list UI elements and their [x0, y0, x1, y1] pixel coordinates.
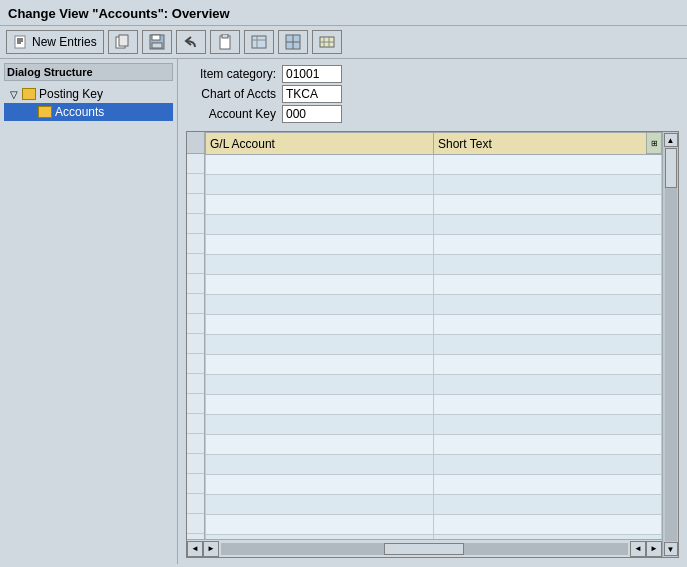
table-row[interactable]: [206, 315, 662, 335]
gl-account-cell[interactable]: [206, 495, 434, 515]
horizontal-scroll-thumb[interactable]: [384, 543, 464, 555]
row-number: [187, 174, 204, 194]
table-row[interactable]: [206, 395, 662, 415]
short-text-cell[interactable]: [434, 395, 662, 415]
gl-account-cell[interactable]: [206, 395, 434, 415]
table-row[interactable]: [206, 195, 662, 215]
form-area: Item category: 01001 Chart of Accts TKCA…: [186, 65, 679, 123]
short-text-cell[interactable]: [434, 495, 662, 515]
svg-rect-0: [15, 36, 25, 48]
short-text-cell[interactable]: [434, 335, 662, 355]
table-row[interactable]: [206, 455, 662, 475]
accounts-table: G/L Account Short Text: [205, 132, 662, 539]
table-row[interactable]: [206, 335, 662, 355]
gl-account-cell[interactable]: [206, 515, 434, 535]
tree-item-posting-key[interactable]: ▽ Posting Key: [4, 85, 173, 103]
row-numbers: [187, 132, 205, 539]
table-row[interactable]: [206, 295, 662, 315]
row-number: [187, 294, 204, 314]
row-number: [187, 154, 204, 174]
short-text-cell[interactable]: [434, 255, 662, 275]
short-text-cell[interactable]: [434, 295, 662, 315]
folder-icon-posting-key: [22, 88, 36, 100]
table-row[interactable]: [206, 175, 662, 195]
clipboard-button[interactable]: [210, 30, 240, 54]
row-number: [187, 374, 204, 394]
table-row[interactable]: [206, 495, 662, 515]
scroll-down-button[interactable]: ▼: [664, 542, 678, 556]
row-number: [187, 234, 204, 254]
left-panel: Dialog Structure ▽ Posting Key Accounts: [0, 59, 178, 564]
relations-button[interactable]: [278, 30, 308, 54]
short-text-cell[interactable]: [434, 475, 662, 495]
table-row[interactable]: [206, 215, 662, 235]
save-button[interactable]: [142, 30, 172, 54]
keys-icon: [319, 34, 335, 50]
table-row[interactable]: [206, 475, 662, 495]
short-text-cell[interactable]: [434, 235, 662, 255]
scroll-left-button[interactable]: ◄: [187, 541, 203, 557]
short-text-cell[interactable]: [434, 455, 662, 475]
table-row[interactable]: [206, 375, 662, 395]
short-text-cell[interactable]: [434, 195, 662, 215]
gl-account-cell[interactable]: [206, 195, 434, 215]
details-button[interactable]: [244, 30, 274, 54]
undo-button[interactable]: [176, 30, 206, 54]
gl-account-cell[interactable]: [206, 415, 434, 435]
row-number: [187, 474, 204, 494]
short-text-cell[interactable]: [434, 315, 662, 335]
row-number: [187, 214, 204, 234]
short-text-cell[interactable]: [434, 175, 662, 195]
gl-account-cell[interactable]: [206, 295, 434, 315]
table-row[interactable]: [206, 515, 662, 535]
gl-account-cell[interactable]: [206, 275, 434, 295]
gl-account-cell[interactable]: [206, 155, 434, 175]
gl-account-cell[interactable]: [206, 375, 434, 395]
gl-account-cell[interactable]: [206, 455, 434, 475]
horizontal-scroll-track[interactable]: [221, 543, 628, 555]
gl-account-cell[interactable]: [206, 355, 434, 375]
scroll-up-button[interactable]: ▲: [664, 133, 678, 147]
gl-account-cell[interactable]: [206, 435, 434, 455]
short-text-cell[interactable]: [434, 415, 662, 435]
new-entries-button[interactable]: New Entries: [6, 30, 104, 54]
scroll-right-button[interactable]: ►: [203, 541, 219, 557]
short-text-cell[interactable]: [434, 215, 662, 235]
gl-account-cell[interactable]: [206, 335, 434, 355]
table-row[interactable]: [206, 415, 662, 435]
gl-account-cell[interactable]: [206, 535, 434, 540]
table-row[interactable]: [206, 535, 662, 540]
table-row[interactable]: [206, 275, 662, 295]
vertical-scroll-thumb[interactable]: [665, 148, 677, 188]
short-text-cell[interactable]: [434, 275, 662, 295]
tree-item-accounts[interactable]: Accounts: [4, 103, 173, 121]
svg-rect-10: [222, 34, 228, 38]
gl-account-cell[interactable]: [206, 255, 434, 275]
table-row[interactable]: [206, 255, 662, 275]
vertical-scroll-track[interactable]: [665, 148, 677, 541]
gl-account-cell[interactable]: [206, 175, 434, 195]
gl-account-cell[interactable]: [206, 215, 434, 235]
table-row[interactable]: [206, 355, 662, 375]
grid-settings-icon[interactable]: ⊞: [646, 132, 662, 154]
scroll-far-left-button[interactable]: ◄: [630, 541, 646, 557]
short-text-cell[interactable]: [434, 435, 662, 455]
short-text-cell[interactable]: [434, 375, 662, 395]
short-text-cell[interactable]: [434, 535, 662, 540]
table-row[interactable]: [206, 155, 662, 175]
gl-account-cell[interactable]: [206, 235, 434, 255]
gl-account-cell[interactable]: [206, 475, 434, 495]
short-text-cell[interactable]: [434, 355, 662, 375]
keys-button[interactable]: [312, 30, 342, 54]
short-text-cell[interactable]: [434, 515, 662, 535]
gl-account-cell[interactable]: [206, 315, 434, 335]
svg-rect-5: [119, 35, 128, 46]
table-row[interactable]: [206, 435, 662, 455]
scroll-far-right-button[interactable]: ►: [646, 541, 662, 557]
short-text-cell[interactable]: [434, 155, 662, 175]
copy-rows-icon: [115, 34, 131, 50]
toolbar: New Entries: [0, 26, 687, 59]
table-row[interactable]: [206, 235, 662, 255]
copy-rows-button[interactable]: [108, 30, 138, 54]
data-table[interactable]: G/L Account Short Text: [205, 132, 662, 539]
